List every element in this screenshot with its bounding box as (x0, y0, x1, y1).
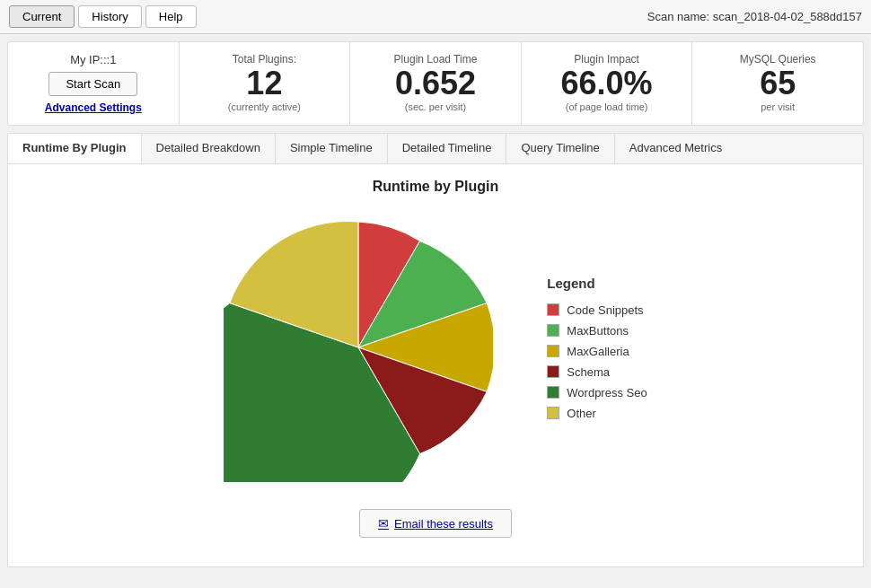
legend-label-4: Wordpress Seo (567, 386, 647, 399)
legend-item-5: Other (547, 407, 647, 420)
tab-query-timeline[interactable]: Query Timeline (506, 134, 614, 163)
legend-color-2 (547, 345, 559, 357)
plugin-impact-value: 66.0% (536, 66, 678, 101)
main-content: Runtime by Plugin (7, 164, 864, 567)
content-tabs: Runtime By Plugin Detailed Breakdown Sim… (7, 133, 864, 164)
legend-color-5 (547, 407, 559, 419)
chart-area: Legend Code Snippets MaxButtons MaxGalle… (22, 213, 849, 482)
legend-color-0 (547, 303, 559, 316)
legend-label-1: MaxButtons (567, 324, 629, 338)
plugin-load-time-box: Plugin Load Time 0.652 (sec. per visit) (350, 42, 522, 125)
plugin-load-time-label: Plugin Load Time (365, 53, 506, 66)
tab-detailed-breakdown[interactable]: Detailed Breakdown (142, 134, 276, 163)
legend-item-4: Wordpress Seo (547, 386, 647, 399)
email-icon: ✉ (378, 516, 389, 531)
email-row: ✉ Email these results (22, 509, 849, 552)
mysql-queries-box: MySQL Queries 65 per visit (692, 42, 863, 125)
tab-advanced-metrics[interactable]: Advanced Metrics (615, 134, 736, 163)
email-results-button[interactable]: ✉ Email these results (359, 509, 512, 538)
mysql-queries-value: 65 (707, 66, 849, 101)
legend-item-3: Schema (547, 365, 647, 379)
plugin-load-time-sub: (sec. per visit) (365, 101, 506, 112)
total-plugins-value: 12 (194, 66, 336, 101)
tab-help[interactable]: Help (145, 5, 197, 28)
legend-title: Legend (547, 276, 647, 291)
advanced-settings-link[interactable]: Advanced Settings (45, 101, 142, 114)
mysql-queries-sub: per visit (707, 101, 849, 112)
email-button-label: Email these results (394, 517, 493, 531)
plugin-impact-label: Plugin Impact (536, 53, 678, 66)
total-plugins-box: Total Plugins: 12 (currently active) (180, 42, 351, 125)
legend-item-2: MaxGalleria (547, 345, 647, 358)
legend-item-0: Code Snippets (547, 303, 647, 317)
legend-color-3 (547, 365, 559, 378)
total-plugins-sub: (currently active) (194, 101, 336, 112)
legend-label-3: Schema (567, 365, 610, 379)
plugin-impact-sub: (of page load time) (536, 101, 678, 112)
total-plugins-label: Total Plugins: (194, 53, 336, 66)
scan-name-label: Scan name: scan_2018-04-02_588dd157 (647, 10, 862, 23)
stats-row: My IP:::1 Start Scan Advanced Settings T… (7, 41, 864, 126)
legend-label-0: Code Snippets (567, 303, 643, 317)
start-scan-button[interactable]: Start Scan (48, 72, 137, 96)
tab-detailed-timeline[interactable]: Detailed Timeline (388, 134, 507, 163)
legend-label-2: MaxGalleria (567, 345, 629, 358)
plugin-load-time-value: 0.652 (365, 66, 506, 101)
plugin-impact-box: Plugin Impact 66.0% (of page load time) (522, 42, 693, 125)
legend-label-5: Other (567, 407, 596, 420)
pie-chart (224, 213, 493, 482)
tab-current[interactable]: Current (9, 5, 75, 28)
tab-history[interactable]: History (78, 5, 141, 28)
my-ip-label: My IP:::1 (70, 53, 116, 66)
my-ip-box: My IP:::1 Start Scan Advanced Settings (8, 42, 180, 125)
chart-legend: Legend Code Snippets MaxButtons MaxGalle… (547, 276, 647, 420)
mysql-queries-label: MySQL Queries (707, 53, 849, 66)
legend-color-1 (547, 324, 559, 337)
tab-simple-timeline[interactable]: Simple Timeline (276, 134, 388, 163)
legend-color-4 (547, 386, 559, 399)
top-nav: Current History Help Scan name: scan_201… (0, 0, 871, 34)
tab-runtime-by-plugin[interactable]: Runtime By Plugin (8, 134, 142, 163)
chart-title: Runtime by Plugin (22, 179, 849, 195)
legend-item-1: MaxButtons (547, 324, 647, 338)
